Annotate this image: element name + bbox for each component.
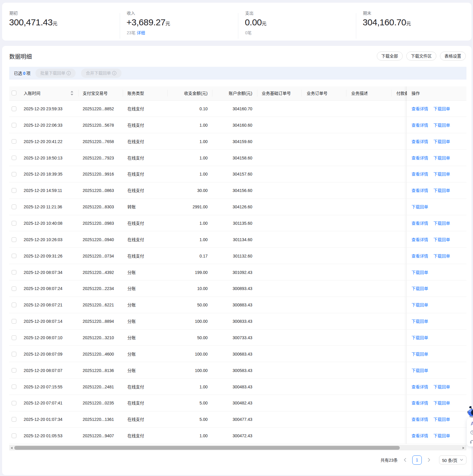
svg-text:?: ? [472,431,473,434]
